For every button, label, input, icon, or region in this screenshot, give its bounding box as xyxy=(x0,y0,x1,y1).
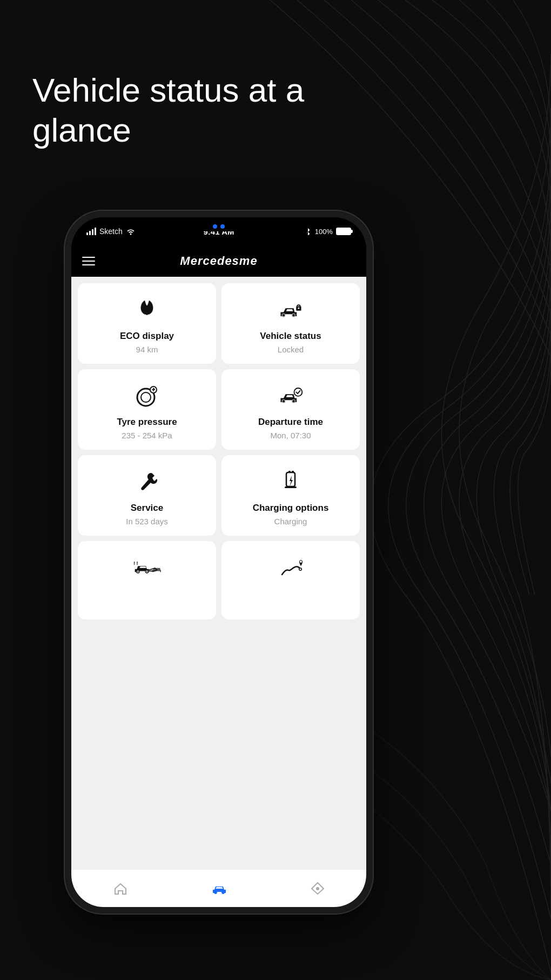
svg-point-27 xyxy=(316,887,319,890)
svg-point-23 xyxy=(300,569,301,570)
carrier-label: Sketch xyxy=(99,227,123,236)
breakdown-icon: ! ! xyxy=(132,553,162,581)
tyre-pressure-card[interactable]: Tyre pressure 235 - 254 kPa xyxy=(78,369,216,450)
svg-point-10 xyxy=(292,399,295,403)
navigation-card[interactable] xyxy=(221,541,360,619)
grid-container: ECO display 94 km xyxy=(78,283,360,619)
logo-me: me xyxy=(239,254,258,268)
phone-frame: Sketch 9:41 AM 100% xyxy=(65,211,373,914)
car-nav-icon xyxy=(211,881,228,896)
svg-rect-15 xyxy=(285,486,297,488)
vehicle-status-title: Vehicle status xyxy=(260,331,321,342)
service-icon xyxy=(132,467,162,495)
svg-point-26 xyxy=(221,891,224,894)
signal-bar-1 xyxy=(86,232,88,235)
hamburger-line-2 xyxy=(82,261,95,262)
vehicle-status-card[interactable]: Vehicle status Locked xyxy=(221,283,360,364)
eco-icon xyxy=(132,295,162,323)
vehicle-status-subtitle: Locked xyxy=(278,345,304,354)
svg-rect-14 xyxy=(292,471,294,473)
battery-icon xyxy=(336,228,351,235)
signal-bars xyxy=(86,228,96,235)
hero-title: Vehicle status at a glance xyxy=(32,70,411,151)
svg-point-6 xyxy=(141,392,151,402)
status-right: 100% xyxy=(304,228,351,236)
svg-point-17 xyxy=(137,571,138,572)
svg-point-19 xyxy=(146,571,147,572)
hamburger-menu-icon[interactable] xyxy=(82,257,95,265)
svg-point-2 xyxy=(292,314,295,317)
breakdown-card[interactable]: ! ! xyxy=(78,541,216,619)
vehicle-status-icon xyxy=(276,295,306,323)
tyre-pressure-title: Tyre pressure xyxy=(117,417,177,428)
svg-text:!: ! xyxy=(137,561,138,566)
signal-bar-4 xyxy=(95,228,96,235)
navigation-icon xyxy=(276,553,306,581)
camera-dot-2 xyxy=(220,224,225,229)
svg-point-4 xyxy=(298,308,299,309)
bottom-nav xyxy=(71,869,366,907)
phone-inner: Sketch 9:41 AM 100% xyxy=(71,217,366,907)
charging-options-card[interactable]: Charging options Charging xyxy=(221,455,360,536)
svg-point-9 xyxy=(282,399,285,403)
eco-display-title: ECO display xyxy=(120,331,174,342)
status-left: Sketch xyxy=(86,227,136,236)
svg-point-24 xyxy=(300,561,302,563)
tyre-pressure-subtitle: 235 - 254 kPa xyxy=(122,431,172,440)
nav-car[interactable] xyxy=(211,881,228,896)
app-header: Mercedesme xyxy=(71,245,366,277)
hamburger-line-3 xyxy=(82,264,95,265)
signal-bar-2 xyxy=(89,231,91,235)
svg-text:!: ! xyxy=(133,561,135,566)
wifi-icon xyxy=(126,228,136,235)
app-logo: Mercedesme xyxy=(180,254,257,268)
eco-display-subtitle: 94 km xyxy=(136,345,158,354)
service-title: Service xyxy=(131,503,164,514)
nav-home[interactable] xyxy=(113,881,128,896)
charging-options-subtitle: Charging xyxy=(274,517,307,526)
eco-display-card[interactable]: ECO display 94 km xyxy=(78,283,216,364)
departure-time-title: Departure time xyxy=(258,417,323,428)
svg-point-25 xyxy=(214,891,217,894)
tyre-pressure-icon xyxy=(132,381,162,409)
svg-rect-13 xyxy=(288,471,291,473)
signal-bar-3 xyxy=(92,229,93,235)
svg-point-1 xyxy=(282,314,285,317)
grid-wrapper: ECO display 94 km xyxy=(71,277,366,869)
phone-content: Sketch 9:41 AM 100% xyxy=(71,217,366,907)
departure-time-subtitle: Mon, 07:30 xyxy=(270,431,311,440)
nav-location[interactable] xyxy=(311,881,325,896)
hamburger-line-1 xyxy=(82,257,95,258)
svg-point-11 xyxy=(294,388,303,396)
camera-dot xyxy=(213,224,217,229)
charging-icon xyxy=(276,467,306,495)
departure-time-card[interactable]: Departure time Mon, 07:30 xyxy=(221,369,360,450)
departure-time-icon xyxy=(276,381,306,409)
home-nav-icon xyxy=(113,881,128,896)
battery-percent: 100% xyxy=(315,228,333,236)
service-card[interactable]: Service In 523 days xyxy=(78,455,216,536)
camera-area xyxy=(184,222,254,231)
service-subtitle: In 523 days xyxy=(126,517,168,526)
logo-mercedes: Mercedes xyxy=(180,254,239,268)
bluetooth-icon xyxy=(304,228,312,235)
charging-options-title: Charging options xyxy=(253,503,329,514)
battery-fill xyxy=(337,229,350,234)
location-nav-icon xyxy=(311,881,325,896)
